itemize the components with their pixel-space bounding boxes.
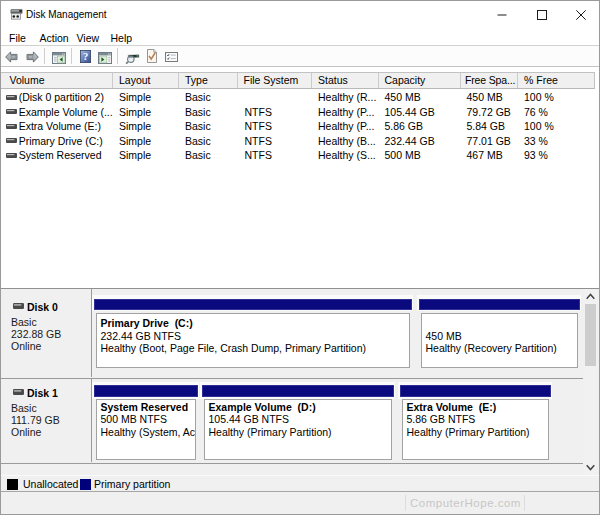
- volume-list: Volume Layout Type File System Status Ca…: [1, 67, 599, 287]
- column-header-freespace[interactable]: Free Spa...: [461, 73, 519, 88]
- disk-row-0: Disk 0 Basic 232.88 GB Online Primary Dr…: [1, 289, 583, 379]
- svg-text:?: ?: [83, 51, 88, 62]
- legend-swatch-unallocated: [7, 479, 18, 490]
- partition-info-box: Primary Drive (C:) 232.44 GB NTFS Health…: [96, 313, 410, 368]
- help-icon[interactable]: ?: [80, 50, 91, 63]
- disk1-kind: Basic: [11, 402, 37, 414]
- volume-row-1[interactable]: Example Volume (...SimpleBasicNTFSHealth…: [1, 105, 595, 120]
- partition-band-bg: [417, 295, 581, 311]
- cell-fs: NTFS: [239, 119, 312, 134]
- column-header-capacity[interactable]: Capacity: [379, 73, 461, 88]
- cell-type: Basic: [179, 90, 237, 105]
- partition-status: Healthy (Boot, Page File, Crash Dump, Pr…: [101, 342, 367, 354]
- primary-partition-band: [202, 385, 394, 397]
- partition-band-bg: [200, 382, 395, 399]
- cell-volume: (Disk 0 partition 2): [13, 90, 117, 105]
- back-icon[interactable]: [5, 51, 18, 63]
- graphical-view: Disk 0 Basic 232.88 GB Online Primary Dr…: [1, 289, 599, 475]
- cell-capacity: 450 MB: [379, 90, 461, 105]
- properties-icon[interactable]: [165, 52, 178, 62]
- cell-volume: Primary Drive (C:): [13, 134, 117, 149]
- menu-view[interactable]: View: [77, 32, 100, 44]
- cell-type: Basic: [179, 134, 237, 149]
- cell-volume: System Reserved: [13, 148, 117, 163]
- legend-bar: Unallocated Primary partition: [1, 475, 599, 492]
- menu-action[interactable]: Action: [40, 32, 69, 44]
- disk0-label-panel[interactable]: Disk 0 Basic 232.88 GB Online: [1, 289, 92, 377]
- cell-free: 450 MB: [461, 90, 518, 105]
- cell-fs: NTFS: [239, 105, 312, 120]
- watermark: ComputerHope.com: [406, 497, 525, 509]
- cell-status: Healthy (R...: [312, 90, 378, 105]
- cell-type: Basic: [179, 119, 237, 134]
- disk0-size: 232.88 GB: [11, 328, 61, 340]
- scroll-down-icon[interactable]: [586, 464, 595, 471]
- partition-info-box: Extra Volume (E:) 5.86 GB NTFS Healthy (…: [402, 399, 549, 460]
- legend-label-unallocated: Unallocated: [23, 478, 78, 490]
- scroll-up-icon[interactable]: [586, 293, 595, 300]
- menu-file[interactable]: File: [9, 32, 26, 44]
- disk1-label-panel[interactable]: Disk 1 Basic 111.79 GB Online: [1, 379, 92, 462]
- cell-layout: Simple: [113, 148, 179, 163]
- disk0-kind: Basic: [11, 316, 37, 328]
- volume-list-header: Volume Layout Type File System Status Ca…: [1, 72, 595, 89]
- volume-row-4[interactable]: System ReservedSimpleBasicNTFSHealthy (S…: [1, 148, 595, 163]
- partition-primary-drive[interactable]: Primary Drive (C:) 232.44 GB NTFS Health…: [92, 289, 413, 378]
- window-title: Disk Management: [26, 9, 107, 20]
- show-action-pane-icon[interactable]: [98, 52, 112, 64]
- partition-status: Healthy (Primary Partition): [209, 426, 332, 438]
- cell-capacity: 232.44 GB: [379, 134, 461, 149]
- show-console-tree-icon[interactable]: [52, 52, 66, 64]
- cell-free: 77.01 GB: [461, 134, 518, 149]
- column-header-type[interactable]: Type: [179, 73, 238, 88]
- cell-fs: NTFS: [239, 148, 312, 163]
- partition-system-reserved[interactable]: System Reserved 500 MB NTFS Healthy (Sys…: [92, 379, 199, 463]
- toolbar-separator: [71, 48, 72, 64]
- volume-row-2[interactable]: Extra Volume (E:)SimpleBasicNTFSHealthy …: [1, 119, 595, 134]
- partition-band-bg: [92, 295, 413, 311]
- cell-capacity: 5.86 GB: [379, 119, 461, 134]
- partition-size: 5.86 GB NTFS: [407, 413, 476, 425]
- partition-size: 232.44 GB NTFS: [101, 330, 182, 342]
- cell-fs: NTFS: [239, 134, 312, 149]
- cell-free: 5.84 GB: [461, 119, 518, 134]
- close-icon: [575, 10, 586, 21]
- volume-row-0[interactable]: (Disk 0 partition 2)SimpleBasicHealthy (…: [1, 90, 595, 105]
- cell-free: 79.72 GB: [461, 105, 518, 120]
- forward-icon[interactable]: [26, 51, 39, 63]
- scrollbar-thumb[interactable]: [585, 304, 596, 366]
- cell-pct: 100 %: [518, 119, 595, 134]
- column-header-pctfree[interactable]: % Free: [518, 73, 595, 88]
- column-header-volume[interactable]: Volume: [1, 73, 113, 88]
- check-disk-icon[interactable]: [147, 49, 157, 63]
- partition-recovery[interactable]: 450 MB Healthy (Recovery Partition): [417, 289, 581, 378]
- cell-layout: Simple: [113, 119, 179, 134]
- title-bar: Disk Management: [1, 1, 599, 28]
- vertical-scrollbar[interactable]: [584, 289, 597, 475]
- column-header-status[interactable]: Status: [312, 73, 379, 88]
- cell-pct: 100 %: [518, 90, 595, 105]
- column-header-layout[interactable]: Layout: [113, 73, 179, 88]
- partition-label: System Reserved: [101, 401, 189, 413]
- cell-type: Basic: [179, 148, 237, 163]
- column-header-filesystem[interactable]: File System: [238, 73, 313, 88]
- partition-extra-volume[interactable]: Extra Volume (E:) 5.86 GB NTFS Healthy (…: [398, 379, 552, 463]
- partition-status: Healthy (Recovery Partition): [426, 342, 557, 354]
- partition-size: 105.44 GB NTFS: [209, 413, 290, 425]
- legend-swatch-primary: [80, 479, 91, 490]
- cell-layout: Simple: [113, 90, 179, 105]
- minimize-button[interactable]: [482, 1, 522, 29]
- partition-status: Healthy (System, Active, Primary Partiti…: [101, 426, 197, 438]
- rescan-disks-icon[interactable]: [125, 52, 140, 64]
- menu-help[interactable]: Help: [111, 32, 133, 44]
- cell-status: Healthy (P...: [312, 105, 378, 120]
- volume-row-3[interactable]: Primary Drive (C:)SimpleBasicNTFSHealthy…: [1, 134, 595, 149]
- legend-label-primary: Primary partition: [94, 478, 170, 490]
- cell-capacity: 105.44 GB: [379, 105, 461, 120]
- partition-example-volume[interactable]: Example Volume (D:) 105.44 GB NTFS Healt…: [200, 379, 395, 463]
- primary-partition-band: [400, 385, 551, 397]
- close-button[interactable]: [561, 1, 600, 29]
- disk-row-1: Disk 1 Basic 111.79 GB Online System Res…: [1, 379, 583, 464]
- maximize-button[interactable]: [522, 1, 561, 29]
- disk0-name: Disk 0: [27, 301, 58, 313]
